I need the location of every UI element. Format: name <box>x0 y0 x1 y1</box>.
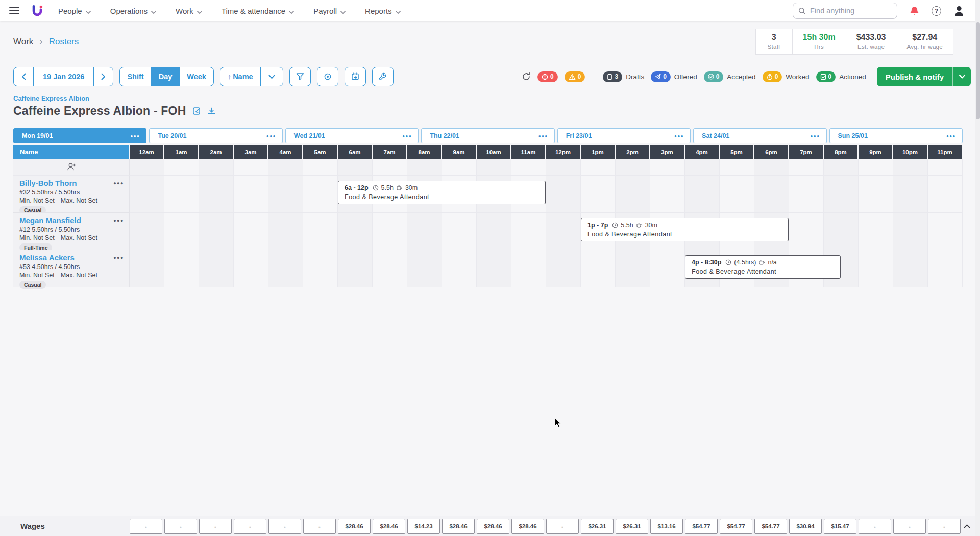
grid-cell[interactable] <box>616 176 650 213</box>
grid-cell[interactable] <box>199 213 234 250</box>
notifications-bell-icon[interactable] <box>910 6 919 16</box>
grid-cell[interactable] <box>442 213 477 250</box>
view-options-button[interactable] <box>317 67 338 86</box>
grid-cell[interactable] <box>754 176 789 213</box>
grid-cell[interactable] <box>859 250 893 287</box>
shift-card[interactable]: 6a - 12p5.5h30mFood & Beverage Attendant <box>338 181 546 204</box>
breadcrumb-rosters[interactable]: Rosters <box>49 37 79 47</box>
grid-cell[interactable] <box>928 213 963 250</box>
grid-cell[interactable] <box>859 213 893 250</box>
grid-cell[interactable] <box>616 250 650 287</box>
day-tab-sat-24-01[interactable]: Sat 24/01●●● <box>693 128 826 143</box>
grid-cell[interactable] <box>373 250 407 287</box>
staff-name-link[interactable]: Melissa Ackers <box>19 253 75 262</box>
grid-cell[interactable] <box>338 213 373 250</box>
staff-name-link[interactable]: Billy-Bob Thorn <box>19 179 77 187</box>
day-tab-thu-22-01[interactable]: Thu 22/01●●● <box>421 128 554 143</box>
global-search[interactable] <box>793 3 897 19</box>
grid-cell[interactable] <box>511 250 546 287</box>
refresh-icon[interactable] <box>522 72 531 81</box>
previous-day-button[interactable] <box>14 67 33 86</box>
day-more-options-icon[interactable]: ●●● <box>130 134 140 138</box>
drafts-badge[interactable]: 3 <box>603 71 622 82</box>
staff-more-options-icon[interactable]: ●●● <box>113 255 124 260</box>
grid-cell[interactable] <box>407 213 442 250</box>
grid-cell[interactable] <box>164 250 199 287</box>
tools-button[interactable] <box>372 67 394 86</box>
grid-cell[interactable] <box>789 213 824 250</box>
day-tab-wed-21-01[interactable]: Wed 21/01●●● <box>285 128 419 143</box>
grid-cell[interactable] <box>477 250 511 287</box>
shift-card[interactable]: 1p - 7p5.5h30mFood & Beverage Attendant <box>581 218 789 241</box>
next-day-button[interactable] <box>93 67 113 86</box>
grid-cell[interactable] <box>824 176 859 213</box>
grid-cell[interactable] <box>928 176 963 213</box>
nav-item-payroll[interactable]: Payroll <box>313 6 346 16</box>
nav-item-reports[interactable]: Reports <box>365 6 401 16</box>
day-tab-mon-19-01[interactable]: Mon 19/01●●● <box>13 128 146 143</box>
grid-cell[interactable] <box>546 213 581 250</box>
day-tab-tue-20-01[interactable]: Tue 20/01●●● <box>149 128 282 143</box>
grid-cell[interactable] <box>199 250 234 287</box>
view-week-button[interactable]: Week <box>179 67 213 86</box>
nav-item-work[interactable]: Work <box>176 6 202 16</box>
grid-cell[interactable] <box>511 213 546 250</box>
staff-name-link[interactable]: Megan Mansfield <box>19 216 81 225</box>
help-icon[interactable]: ? <box>932 6 941 16</box>
day-tab-fri-23-01[interactable]: Fri 23/01●●● <box>557 128 691 143</box>
add-person-icon[interactable] <box>66 162 77 172</box>
actioned-badge[interactable]: 0 <box>816 71 836 82</box>
sort-dropdown-button[interactable] <box>260 67 283 86</box>
warnings-badge[interactable]: 0 <box>565 71 585 82</box>
copy-roster-button[interactable] <box>345 67 366 86</box>
user-avatar[interactable] <box>953 5 965 17</box>
grid-cell[interactable] <box>546 250 581 287</box>
offered-badge[interactable]: 0 <box>651 71 671 82</box>
grid-cell[interactable] <box>581 250 616 287</box>
search-input[interactable] <box>810 7 892 15</box>
worked-badge[interactable]: 0 <box>763 71 782 82</box>
grid-cell[interactable] <box>824 213 859 250</box>
grid-cell[interactable] <box>893 213 928 250</box>
grid-cell[interactable] <box>685 176 720 213</box>
nav-item-operations[interactable]: Operations <box>110 6 156 16</box>
grid-cell[interactable] <box>164 176 199 213</box>
sort-by-name-button[interactable]: ↑Name <box>220 67 260 86</box>
grid-cell[interactable] <box>303 176 338 213</box>
staff-more-options-icon[interactable]: ●●● <box>113 218 124 223</box>
download-icon[interactable] <box>207 107 216 115</box>
day-more-options-icon[interactable]: ●●● <box>811 134 820 138</box>
grid-cell[interactable] <box>442 250 477 287</box>
grid-cell[interactable] <box>303 250 338 287</box>
grid-cell[interactable] <box>130 176 164 213</box>
staff-more-options-icon[interactable]: ●●● <box>113 181 124 186</box>
publish-dropdown-button[interactable] <box>952 67 971 86</box>
grid-cell[interactable] <box>164 213 199 250</box>
nav-item-time-attendance[interactable]: Time & attendance <box>222 6 294 16</box>
grid-cell[interactable] <box>928 250 963 287</box>
grid-cell[interactable] <box>199 176 234 213</box>
day-more-options-icon[interactable]: ●●● <box>538 134 548 138</box>
grid-cell[interactable] <box>303 213 338 250</box>
grid-cell[interactable] <box>268 176 303 213</box>
day-more-options-icon[interactable]: ●●● <box>946 134 956 138</box>
hamburger-menu-icon[interactable] <box>9 7 19 14</box>
day-more-options-icon[interactable]: ●●● <box>266 134 276 138</box>
day-more-options-icon[interactable]: ●●● <box>402 134 412 138</box>
grid-cell[interactable] <box>268 250 303 287</box>
grid-cell[interactable] <box>893 250 928 287</box>
day-tab-sun-25-01[interactable]: Sun 25/01●●● <box>829 128 963 143</box>
grid-cell[interactable] <box>477 213 511 250</box>
scrollbar-thumb[interactable] <box>976 22 980 119</box>
view-shift-button[interactable]: Shift <box>120 67 151 86</box>
grid-cell[interactable] <box>720 176 754 213</box>
accepted-badge[interactable]: 0 <box>704 71 724 82</box>
grid-cell[interactable] <box>407 250 442 287</box>
day-more-options-icon[interactable]: ●●● <box>674 134 684 138</box>
grid-cell[interactable] <box>650 176 685 213</box>
errors-badge[interactable]: 0 <box>537 71 558 82</box>
grid-cell[interactable] <box>234 250 268 287</box>
grid-cell[interactable] <box>234 213 268 250</box>
grid-cell[interactable] <box>338 250 373 287</box>
grid-cell[interactable] <box>650 250 685 287</box>
